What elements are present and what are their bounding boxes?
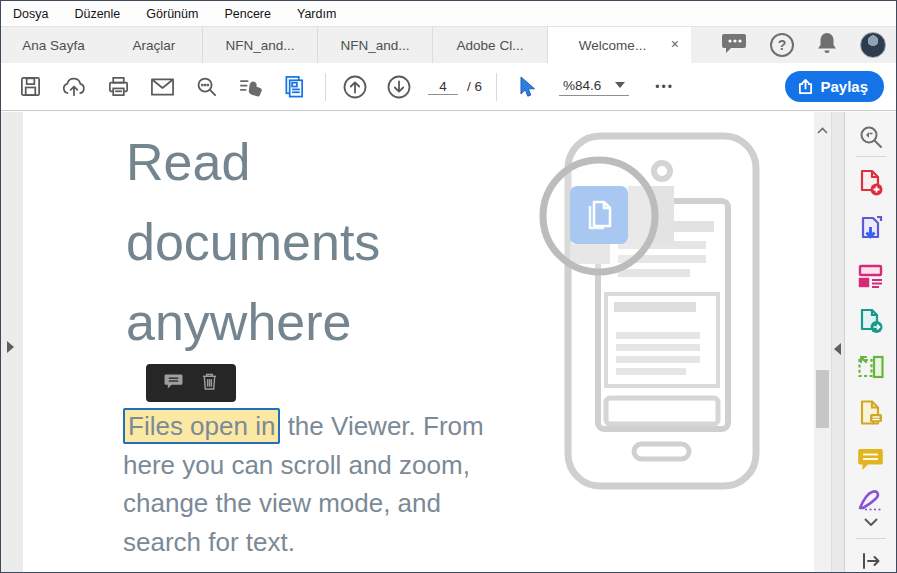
- menu-bar: Dosya Düzenle Görünüm Pencere Yardım: [1, 1, 896, 27]
- page-number-box: / 6: [428, 79, 482, 95]
- comment-icon[interactable]: [164, 373, 183, 394]
- cloud-upload-icon[interactable]: [57, 70, 91, 104]
- share-button-label: Paylaş: [820, 78, 868, 95]
- tools-pane-strip: [831, 112, 844, 572]
- notifications-bell-icon[interactable]: [816, 31, 838, 59]
- menu-duzenle[interactable]: Düzenle: [74, 7, 120, 21]
- next-page-icon[interactable]: [382, 70, 416, 104]
- edit-pdf-icon[interactable]: [856, 260, 886, 290]
- document-heading: Read documents anywhere: [126, 122, 486, 362]
- tab-document-3[interactable]: Adobe Cl...: [432, 27, 547, 63]
- save-icon[interactable]: [13, 70, 47, 104]
- vertical-scrollbar[interactable]: [814, 112, 831, 572]
- help-icon[interactable]: ?: [770, 33, 794, 57]
- scroll-up-icon[interactable]: [817, 120, 828, 138]
- menu-yardim[interactable]: Yardım: [297, 7, 336, 21]
- tab-document-1[interactable]: NFN_and...: [202, 27, 317, 63]
- open-navigation-pane-handle[interactable]: [6, 340, 15, 358]
- share-icon: [798, 78, 813, 95]
- print-icon[interactable]: [101, 70, 135, 104]
- touch-swipe-icon[interactable]: [233, 70, 267, 104]
- page-total-label: / 6: [467, 79, 482, 94]
- collapse-tools-pane-handle[interactable]: [833, 342, 842, 360]
- page-copy-icon[interactable]: [277, 70, 311, 104]
- menu-dosya[interactable]: Dosya: [13, 7, 48, 21]
- pdf-page: Read documents anywhere Files open in th…: [23, 112, 814, 572]
- page-comment-icon[interactable]: [856, 398, 886, 428]
- document-paragraph: Files open in the Viewer. From here you …: [123, 407, 503, 561]
- main-toolbar: / 6 %84.6 ••• Paylaş: [1, 63, 896, 111]
- page-number-input[interactable]: [428, 79, 458, 95]
- create-pdf-icon[interactable]: [856, 168, 886, 198]
- delete-annotation-icon[interactable]: [201, 372, 218, 395]
- acrobat-window: Dosya Düzenle Görünüm Pencere Yardım Ana…: [0, 0, 897, 573]
- content-area: Read documents anywhere Files open in th…: [1, 112, 896, 572]
- menu-pencere[interactable]: Pencere: [224, 7, 271, 21]
- tab-araclar[interactable]: Araçlar: [106, 27, 202, 63]
- toolbar-separator: [325, 73, 326, 101]
- user-avatar[interactable]: [860, 32, 886, 58]
- scrollbar-thumb[interactable]: [816, 370, 829, 428]
- sidebar-separator: [856, 156, 886, 157]
- more-tools-chevron-icon[interactable]: [856, 514, 886, 530]
- open-pane-icon[interactable]: [856, 546, 886, 573]
- annotation-popup: [146, 364, 236, 402]
- highlighted-text[interactable]: Files open in: [123, 408, 280, 444]
- export-pdf-icon[interactable]: [856, 214, 886, 244]
- tab-document-2[interactable]: NFN_and...: [317, 27, 432, 63]
- search-icon[interactable]: [189, 70, 223, 104]
- menu-gorunum[interactable]: Görünüm: [146, 7, 198, 21]
- more-options-icon[interactable]: •••: [655, 80, 674, 94]
- search-tools-icon[interactable]: [856, 122, 886, 152]
- send-pdf-icon[interactable]: [856, 306, 886, 336]
- previous-page-icon[interactable]: [338, 70, 372, 104]
- share-button[interactable]: Paylaş: [785, 71, 884, 102]
- tabbar-right-icons: ?: [722, 27, 886, 63]
- tab-bar: Ana Sayfa Araçlar NFN_and... NFN_and... …: [1, 27, 896, 63]
- tab-ana-sayfa[interactable]: Ana Sayfa: [1, 27, 106, 63]
- navigation-pane-strip: [1, 112, 23, 572]
- select-cursor-icon[interactable]: [509, 70, 543, 104]
- email-icon[interactable]: [145, 70, 179, 104]
- tab-welcome-active[interactable]: Welcome... ×: [547, 27, 691, 63]
- comment-tool-icon[interactable]: [856, 444, 886, 474]
- chevron-down-icon: [615, 82, 625, 88]
- tools-sidebar: [844, 112, 896, 572]
- scan-ocr-icon[interactable]: [856, 352, 886, 382]
- phone-illustration: [536, 126, 766, 501]
- feedback-bubble-icon[interactable]: [722, 32, 748, 58]
- toolbar-separator: [496, 73, 497, 101]
- close-tab-icon[interactable]: ×: [671, 36, 679, 52]
- zoom-level-control[interactable]: %84.6: [559, 78, 629, 96]
- zoom-level-value: %84.6: [563, 78, 601, 93]
- fill-sign-icon[interactable]: [856, 486, 886, 516]
- sidebar-separator: [856, 538, 886, 539]
